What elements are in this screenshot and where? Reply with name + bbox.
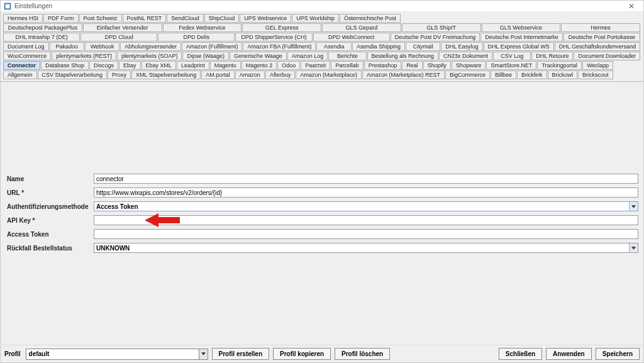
tab-document-downloader[interactable]: Document Downloader xyxy=(574,52,640,60)
tab-smartstore-net[interactable]: SmartStore.NET xyxy=(486,61,536,70)
tab-bestellung-als-rechnung[interactable]: Bestellung als Rechnung xyxy=(367,52,439,60)
button-anwenden[interactable]: Anwenden xyxy=(546,348,592,360)
tab-fedex-webservice[interactable]: Fedex Webservice xyxy=(163,23,242,32)
tab-woocommerce[interactable]: WooCommerce xyxy=(3,52,51,60)
tab-magento-2[interactable]: Magento 2 xyxy=(242,61,277,70)
tab-billbee[interactable]: Billbee xyxy=(491,70,516,79)
tab-brickscout[interactable]: Brickscout xyxy=(578,70,613,79)
tab-csv-stapelverarbeitung[interactable]: CSV Stapelverarbeitung xyxy=(38,70,108,79)
tab-sendcloud[interactable]: SendCloud xyxy=(167,14,204,23)
button-profil-kopieren[interactable]: Profil kopieren xyxy=(273,348,331,360)
select-profil[interactable]: default xyxy=(26,349,208,360)
tab-pakadoo[interactable]: Pakadoo xyxy=(50,42,84,51)
tab-dhl-easylog[interactable]: DHL Easylog xyxy=(441,42,482,51)
settings-window: Einstellungen ✕ Hermes HSIPDF FormPost S… xyxy=(0,0,644,363)
input-name[interactable] xyxy=(94,174,638,184)
tab-document-log[interactable]: Document Log xyxy=(3,42,49,51)
tab-dpd-cloud[interactable]: DPD Cloud xyxy=(80,33,157,42)
tab-real[interactable]: Real xyxy=(402,61,423,70)
input-url[interactable] xyxy=(94,187,638,198)
tab-prestashop[interactable]: Prestashop xyxy=(364,61,402,70)
tab-brickowl[interactable]: Brickowl xyxy=(548,70,578,79)
tab-shopify[interactable]: Shopify xyxy=(423,61,451,70)
tab-plentymarkets-soap-[interactable]: plentymarkets (SOAP) xyxy=(117,52,182,60)
tab-paarzeit[interactable]: Paarzeit xyxy=(301,61,330,70)
tab-ups-worldship[interactable]: UPS Worldship xyxy=(292,14,339,23)
input-token[interactable] xyxy=(94,229,638,239)
label-profil: Profil xyxy=(4,350,21,357)
tab-dhl-intraship-7-de-[interactable]: DHL Intraship 7 (DE) xyxy=(3,33,80,42)
tab-deutsche-post-internetmarke[interactable]: Deutsche Post Internetmarke xyxy=(480,33,563,42)
tab-dhl-retoure[interactable]: DHL Retoure xyxy=(531,52,573,60)
tab-weclapp[interactable]: Weclapp xyxy=(582,61,613,70)
tab-ups-webservice[interactable]: UPS Webservice xyxy=(240,14,291,23)
tab-berichte[interactable]: Berichte xyxy=(328,52,366,60)
tab-row-6: AllgemeinCSV StapelverarbeitungProxyXML … xyxy=(3,70,641,79)
tab-dhl-gesch-ftskundenversand[interactable]: DHL Geschäftskundenversand xyxy=(555,42,640,51)
tab-gls-webservice[interactable]: GLS Webservice xyxy=(482,23,561,32)
tab-allgemein[interactable]: Allgemein xyxy=(3,70,37,79)
tab-dhl-express-global-ws[interactable]: DHL Express Global WS xyxy=(484,42,554,51)
tab-trackingportal[interactable]: Trackingportal xyxy=(537,61,582,70)
tab-magento[interactable]: Magento xyxy=(210,61,241,70)
tab-afterbuy[interactable]: Afterbuy xyxy=(265,70,296,79)
button-speichern[interactable]: Speichern xyxy=(596,348,640,360)
tab-post-schweiz[interactable]: Post Schweiz xyxy=(79,14,122,23)
tab-deutschepost-packageplus[interactable]: Deutschepost PackagePlus xyxy=(3,23,82,32)
tab-bigcommerce[interactable]: BigCommerce xyxy=(445,70,490,79)
tab-connector[interactable]: Connector xyxy=(3,61,40,70)
select-auth[interactable]: Access Token xyxy=(94,201,638,211)
tab-xml-stapelverarbeitung[interactable]: XML Stapelverarbeitung xyxy=(131,70,201,79)
tab-hermes[interactable]: Hermes xyxy=(561,23,640,32)
tab-shipcloud[interactable]: ShipCloud xyxy=(204,14,240,23)
tab-database-shop[interactable]: Database Shop xyxy=(41,61,89,70)
tab-odoo[interactable]: Odoo xyxy=(277,61,300,70)
tab-shopware[interactable]: Shopware xyxy=(452,61,486,70)
tab-abholungsversender[interactable]: Abholungsversender xyxy=(120,42,181,51)
tab-discogs[interactable]: Discogs xyxy=(89,61,118,70)
tab--sterreichische-post[interactable]: Österreichische Post xyxy=(340,14,401,23)
tab-generische-waage[interactable]: Generische Waage xyxy=(230,52,287,60)
tab-amazon-marketplace-rest[interactable]: Amazon (Marketplace) REST xyxy=(362,70,445,79)
tab-hermes-hsi[interactable]: Hermes HSI xyxy=(3,14,43,23)
tab-amazon-fba-fulfillment-[interactable]: Amazon FBA (Fulfillment) xyxy=(243,42,316,51)
tab-gls-gepard[interactable]: GLS Gepard xyxy=(322,23,401,32)
tab-pdf-form[interactable]: PDF Form xyxy=(43,14,79,23)
tab-amazon-marketplace-[interactable]: Amazon (Marketplace) xyxy=(296,70,362,79)
tab-deutsche-post-portokasse[interactable]: Deutsche Post Portokasse xyxy=(564,33,640,42)
tab-bricklink[interactable]: Bricklink xyxy=(517,70,547,79)
tab-amazon-log[interactable]: Amazon Log xyxy=(287,52,328,60)
select-fallback[interactable]: UNKNOWN xyxy=(94,243,638,253)
tab-gel-express[interactable]: GEL Express xyxy=(242,23,321,32)
tab-dpd-webconnect[interactable]: DPD WebConnect xyxy=(313,33,390,42)
tab-asendia[interactable]: Asendia xyxy=(316,42,351,51)
label-name: Name xyxy=(6,176,94,182)
tab-dipse-waage-[interactable]: Dipse (Waage) xyxy=(182,52,229,60)
tab-amazon[interactable]: Amazon xyxy=(235,70,265,79)
tab-postnl-rest[interactable]: PostNL REST xyxy=(123,14,167,23)
tab-plentymarkets-rest-[interactable]: plentymarkets (REST) xyxy=(52,52,116,60)
close-icon[interactable]: ✕ xyxy=(622,2,641,11)
footer: Profil default Profil erstellen Profil k… xyxy=(1,345,643,362)
tab-csv-log[interactable]: CSV Log xyxy=(493,52,531,60)
tab-parcellab[interactable]: Parcellab xyxy=(331,61,364,70)
tab-ebay-xml[interactable]: Ebay XML xyxy=(142,61,177,70)
tab-leadprint[interactable]: Leadprint xyxy=(177,61,209,70)
tab-cn23x-dokument[interactable]: CN23x Dokument xyxy=(439,52,492,60)
tab-amazon-fulfillment-[interactable]: Amazon (Fulfillment) xyxy=(182,42,243,51)
tab-dpd-shipperservice-ch-[interactable]: DPD ShipperService (CH) xyxy=(235,33,312,42)
tab-webhook[interactable]: Webhook xyxy=(85,42,119,51)
tab-dpd-delis[interactable]: DPD Delis xyxy=(158,33,235,42)
tab-ebay[interactable]: Ebay xyxy=(119,61,141,70)
tab-gls-shipit[interactable]: GLS ShipIT xyxy=(402,23,481,32)
tab-proxy[interactable]: Proxy xyxy=(108,70,131,79)
button-profil-erstellen[interactable]: Profil erstellen xyxy=(212,348,269,360)
tab-einfacher-versender[interactable]: Einfacher Versender xyxy=(83,23,162,32)
input-apikey[interactable] xyxy=(94,215,638,225)
tab-asendia-shipping[interactable]: Asendia Shipping xyxy=(352,42,405,51)
button-profil-loeschen[interactable]: Profil löschen xyxy=(335,348,390,360)
tab-am-portal[interactable]: AM.portal xyxy=(201,70,235,79)
button-schliessen[interactable]: Schließen xyxy=(499,348,542,360)
tab-deutsche-post-dv-freimachung[interactable]: Deutsche Post DV Freimachung xyxy=(391,33,480,42)
tab-citymail[interactable]: Citymail xyxy=(406,42,440,51)
